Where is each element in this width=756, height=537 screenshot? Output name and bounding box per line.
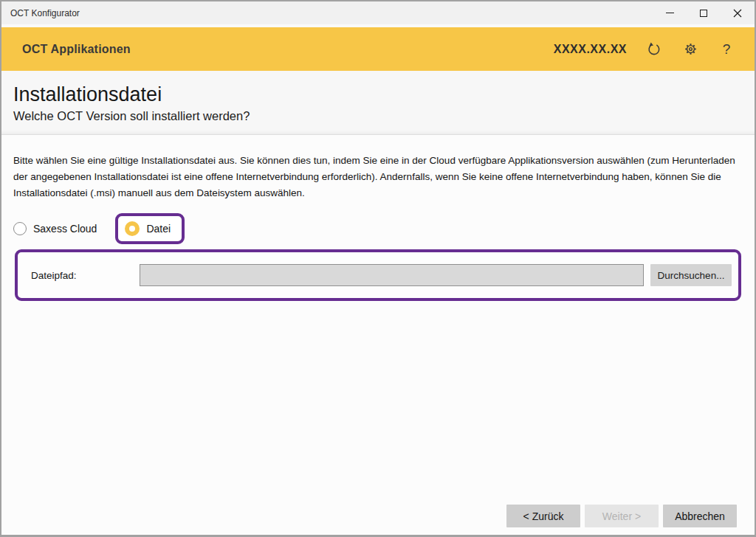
radio-saxess-cloud-label[interactable]: Saxess Cloud [33, 223, 97, 235]
content-area: Bitte wählen Sie eine gültige Installati… [1, 135, 755, 301]
back-button[interactable]: < Zurück [506, 505, 580, 527]
refresh-icon [646, 41, 662, 58]
window-title: OCT Konfigurator [10, 8, 80, 18]
radio-datei-highlight-box[interactable]: Datei [115, 213, 185, 244]
page-header: Installationsdatei Welche OCT Version so… [1, 71, 755, 135]
description-text: Bitte wählen Sie eine gültige Installati… [13, 153, 743, 201]
minimize-icon [666, 13, 674, 13]
app-title: OCT Applikationen [22, 43, 131, 56]
browse-button[interactable]: Durchsuchen... [650, 264, 732, 286]
cancel-button[interactable]: Abbrechen [663, 505, 737, 527]
titlebar: OCT Konfigurator [1, 1, 755, 24]
version-label: XXXX.XX.XX [554, 43, 627, 56]
file-path-input[interactable] [140, 264, 644, 286]
minimize-button[interactable] [653, 1, 687, 24]
app-window: OCT Konfigurator OCT Applikationen XXXX.… [0, 0, 756, 537]
next-button[interactable]: Weiter > [585, 505, 659, 527]
radio-unselected-icon[interactable] [13, 222, 27, 235]
radio-saxess-cloud[interactable]: Saxess Cloud [13, 222, 97, 235]
maximize-button[interactable] [687, 1, 721, 24]
source-radio-group: Saxess Cloud Datei [13, 212, 743, 246]
file-path-panel: Dateipfad: Durchsuchen... [15, 249, 741, 301]
close-icon [733, 9, 742, 18]
window-controls [653, 1, 755, 24]
wizard-footer: < Zurück Weiter > Abbrechen [506, 505, 737, 527]
settings-button[interactable] [681, 41, 699, 58]
radio-datei-label[interactable]: Datei [146, 223, 171, 235]
page-title: Installationsdatei [13, 82, 743, 107]
radio-selected-icon[interactable] [125, 221, 140, 236]
app-header: OCT Applikationen XXXX.XX.XX [1, 27, 755, 71]
help-icon: ? [723, 41, 731, 58]
close-button[interactable] [721, 1, 755, 24]
help-button[interactable]: ? [718, 41, 735, 58]
gear-icon [683, 41, 698, 57]
maximize-icon [700, 10, 707, 17]
refresh-button[interactable] [645, 41, 663, 58]
file-path-label: Dateipfad: [31, 270, 140, 281]
page-subtitle: Welche OCT Version soll installiert werd… [13, 109, 743, 123]
app-header-actions: XXXX.XX.XX [554, 41, 735, 58]
radio-selected-dot [129, 226, 135, 232]
